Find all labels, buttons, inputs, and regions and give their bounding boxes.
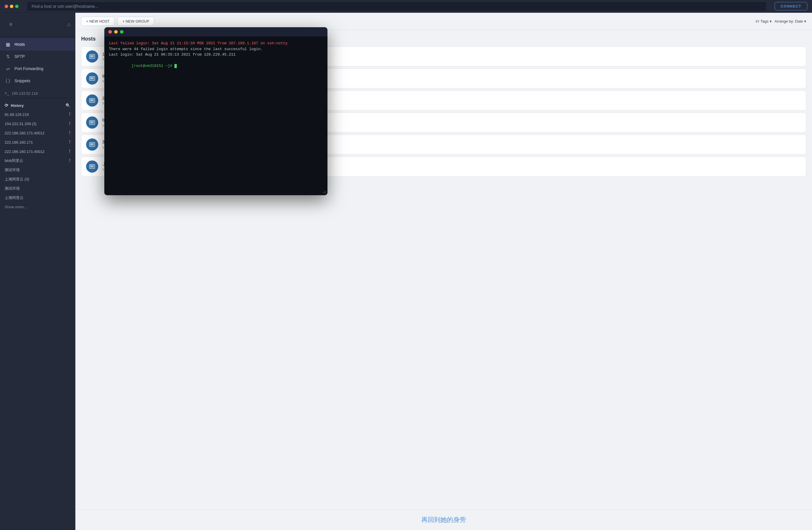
history-icon: ⟳ xyxy=(5,103,9,108)
arrange-button[interactable]: Arrange by: Date ▾ xyxy=(774,19,806,24)
history-section: ⟳ History 🔍 81.68.129.219 ! 154.222.31.2… xyxy=(0,98,75,213)
sidebar-item-snippets[interactable]: { } Snippets xyxy=(0,75,75,87)
svg-rect-20 xyxy=(93,101,93,101)
history-item[interactable]: 222.186.160.171:40012 ! xyxy=(0,147,75,156)
history-item[interactable]: 81.68.129.219 ! xyxy=(0,110,75,119)
history-item[interactable]: 222.186.160.171 ! xyxy=(0,137,75,147)
svg-rect-34 xyxy=(93,145,93,145)
warning-icon: ! xyxy=(69,130,70,135)
terminal-cursor xyxy=(174,64,177,68)
terminal-prompt-line: [root@vm319151 ~]# xyxy=(109,58,323,75)
svg-rect-1 xyxy=(90,55,91,56)
terminal-line: There were 44 failed login attempts sinc… xyxy=(109,46,323,52)
content-area: + NEW HOST + NEW GROUP 🏷 Tags ▾ Arrange … xyxy=(75,13,812,530)
subtitle-bar: 再回到她的身旁 xyxy=(75,510,812,530)
sidebar-item-label: Hosts xyxy=(14,42,25,47)
nav-section: ▦ Hosts ⇅ SFTP ⇌ Port Forwarding { } Sni… xyxy=(0,36,75,89)
history-label: History xyxy=(11,103,24,108)
search-history-icon[interactable]: 🔍 xyxy=(66,103,70,108)
show-more-button[interactable]: Show more... xyxy=(0,203,75,211)
maximize-button[interactable] xyxy=(15,5,18,8)
host-avatar xyxy=(86,72,98,85)
connected-host[interactable]: >_ 195.133.52.118 xyxy=(0,89,75,98)
search-bar[interactable]: Find a host or ssh user@hostname... xyxy=(27,1,767,11)
new-host-button[interactable]: + NEW HOST xyxy=(81,17,115,26)
terminal-body[interactable]: Last failed login: Sat Aug 21 11:15:39 M… xyxy=(104,36,328,195)
svg-rect-11 xyxy=(90,78,91,79)
svg-rect-37 xyxy=(91,165,92,166)
history-item[interactable]: 上海阿里云 (3) xyxy=(0,175,75,184)
menu-button[interactable]: ≡ xyxy=(5,18,17,31)
svg-rect-25 xyxy=(90,122,91,123)
window-controls xyxy=(5,5,18,8)
chevron-down-icon: ▾ xyxy=(770,19,772,24)
terminal-icon: >_ xyxy=(5,91,9,95)
minimize-button[interactable] xyxy=(10,5,13,8)
history-item[interactable]: 上海阿里云 xyxy=(0,193,75,203)
history-item[interactable]: blob阿里云 ! xyxy=(0,156,75,165)
sidebar: ≡ ⌂ ▦ Hosts ⇅ SFTP ⇌ Port Forwarding xyxy=(0,13,75,530)
terminal-prompt: [root@vm319151 ~]# xyxy=(132,64,174,68)
warning-icon: ! xyxy=(69,149,70,154)
svg-rect-33 xyxy=(91,145,92,145)
sidebar-item-hosts[interactable]: ▦ Hosts xyxy=(0,38,75,50)
svg-rect-24 xyxy=(93,121,93,122)
terminal-window: Last failed login: Sat Aug 21 11:15:39 M… xyxy=(104,27,328,195)
new-group-button[interactable]: + NEW GROUP xyxy=(117,17,154,26)
svg-rect-2 xyxy=(91,55,92,56)
svg-rect-41 xyxy=(93,166,93,167)
history-header: ⟳ History 🔍 xyxy=(0,100,75,110)
svg-rect-6 xyxy=(93,57,93,57)
sidebar-item-sftp[interactable]: ⇅ SFTP xyxy=(0,50,75,62)
svg-rect-29 xyxy=(90,143,91,144)
host-avatar xyxy=(86,116,98,129)
history-item[interactable]: 222.186.160.171:40012 ! xyxy=(0,128,75,137)
terminal-close-button[interactable] xyxy=(108,30,112,34)
sidebar-item-port-forwarding[interactable]: ⇌ Port Forwarding xyxy=(0,62,75,75)
host-avatar xyxy=(86,50,98,62)
terminal-titlebar xyxy=(104,27,328,36)
svg-rect-15 xyxy=(90,99,91,100)
svg-rect-16 xyxy=(91,99,92,100)
svg-rect-22 xyxy=(90,121,91,122)
terminal-line: Last failed login: Sat Aug 21 11:15:39 M… xyxy=(109,41,323,46)
svg-rect-13 xyxy=(93,78,93,79)
svg-rect-32 xyxy=(90,145,91,145)
sidebar-top: ≡ ⌂ xyxy=(0,13,75,36)
svg-rect-17 xyxy=(93,99,93,100)
terminal-resize-handle[interactable]: ⊿ xyxy=(323,189,326,194)
sidebar-item-label: Port Forwarding xyxy=(14,66,43,71)
port-forwarding-icon: ⇌ xyxy=(5,65,11,72)
svg-rect-23 xyxy=(91,121,92,122)
connected-host-label: 195.133.52.118 xyxy=(12,91,38,95)
history-item[interactable]: 测试环境 xyxy=(0,165,75,175)
svg-rect-26 xyxy=(91,122,92,123)
history-item[interactable]: 测试环境 xyxy=(0,184,75,193)
terminal-maximize-button[interactable] xyxy=(120,30,124,34)
terminal-minimize-button[interactable] xyxy=(114,30,118,34)
home-icon[interactable]: ⌂ xyxy=(67,21,70,28)
subtitle-text: 再回到她的身旁 xyxy=(421,516,466,523)
connect-button[interactable]: CONNECT xyxy=(774,2,807,11)
close-button[interactable] xyxy=(5,5,8,8)
tags-button[interactable]: 🏷 Tags ▾ xyxy=(755,19,771,24)
sftp-icon: ⇅ xyxy=(5,53,11,60)
svg-rect-8 xyxy=(90,77,91,78)
terminal-line: Last login: Sat Aug 21 06:35:13 2021 fro… xyxy=(109,52,323,58)
history-item[interactable]: 154.222.31.209 (3) ! xyxy=(0,119,75,128)
tag-icon: 🏷 xyxy=(755,19,759,24)
hosts-icon: ▦ xyxy=(5,41,11,47)
warning-icon: ! xyxy=(69,139,70,145)
svg-rect-12 xyxy=(91,78,92,79)
svg-rect-3 xyxy=(93,55,93,56)
warning-icon: ! xyxy=(69,112,70,117)
svg-rect-4 xyxy=(90,57,91,57)
svg-rect-27 xyxy=(93,122,93,123)
svg-rect-40 xyxy=(91,166,92,167)
sidebar-item-label: SFTP xyxy=(14,54,25,59)
svg-rect-9 xyxy=(91,77,92,78)
svg-rect-10 xyxy=(93,77,93,78)
main-layout: ≡ ⌂ ▦ Hosts ⇅ SFTP ⇌ Port Forwarding xyxy=(0,13,812,530)
titlebar: Find a host or ssh user@hostname... CONN… xyxy=(0,0,812,13)
search-placeholder: Find a host or ssh user@hostname... xyxy=(32,4,98,9)
